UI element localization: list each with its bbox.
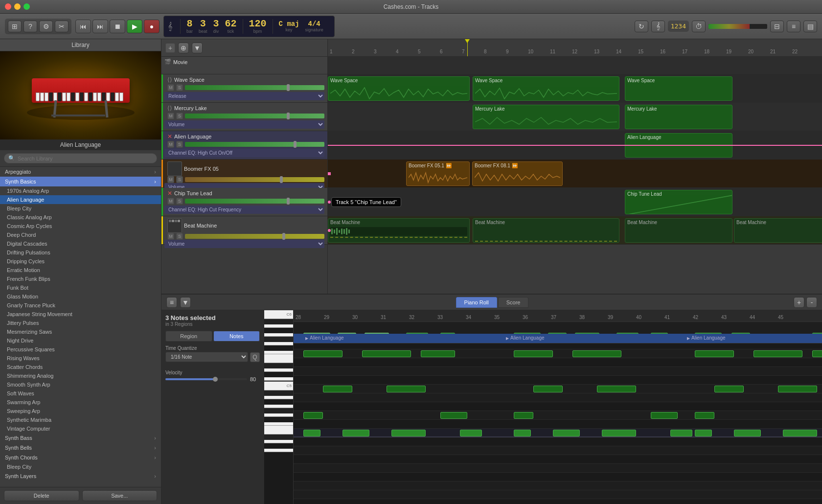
pr-note[interactable] — [514, 412, 533, 419]
pr-note[interactable] — [572, 350, 621, 357]
solo-btn[interactable]: S — [176, 84, 183, 91]
maximize-button[interactable] — [23, 3, 30, 10]
pr-note[interactable] — [460, 430, 482, 436]
b5-key-black[interactable] — [264, 319, 293, 324]
bb5-key-black[interactable] — [264, 328, 293, 333]
lib-item[interactable]: Gnarly Trance Pluck — [0, 301, 161, 310]
smart-controls-btn[interactable]: ⚙ — [39, 21, 53, 32]
ab4-key-black[interactable] — [264, 408, 293, 413]
lib-item[interactable]: Bleep City — [0, 204, 161, 213]
track-view-btn[interactable]: ⊕ — [178, 43, 189, 53]
lib-item[interactable]: Synthetic Marimba — [0, 415, 161, 424]
save-btn[interactable]: Save... — [82, 490, 158, 501]
piano-roll-grid[interactable]: 282930313233343536373839404142434445 Ali… — [294, 310, 822, 504]
track-region-beat-2[interactable]: Beat Machine — [473, 218, 619, 243]
lib-item[interactable]: Scatter Chords — [0, 363, 161, 371]
pr-zoom-out-btn[interactable]: - — [806, 297, 817, 308]
track-region-chip-tune[interactable]: Chip Tune Lead — [625, 190, 732, 214]
db4-key-black[interactable] — [264, 443, 293, 449]
db5-key-black[interactable] — [264, 372, 293, 377]
mute-btn[interactable]: M — [167, 198, 174, 205]
tracks-scroll[interactable]: Wave Space Wave Space — [328, 57, 822, 294]
bb4-key-black[interactable] — [264, 399, 293, 405]
search-box[interactable]: 🔍 — [4, 153, 157, 163]
solo-btn[interactable]: S — [176, 141, 183, 148]
score-tab[interactable]: Score — [498, 297, 529, 308]
pr-note[interactable] — [362, 350, 411, 357]
pr-note[interactable] — [695, 430, 712, 436]
pr-note[interactable] — [391, 430, 426, 436]
track-region-boomer-1[interactable]: Boomer FX 05.1 ⏩ — [406, 161, 470, 186]
lib-item[interactable]: Classic Analog Arp — [0, 213, 161, 222]
pr-note[interactable] — [323, 386, 352, 392]
fader-thumb[interactable] — [287, 113, 290, 119]
lib-item[interactable]: Night Drive — [0, 336, 161, 345]
quantize-select[interactable]: 1/16 Note 1/8 Note 1/4 Note — [165, 352, 248, 362]
pr-note[interactable] — [695, 412, 714, 419]
track-control-dropdown[interactable]: Channel EQ: High Cut Frequency — [164, 206, 324, 214]
help-btn[interactable]: ? — [23, 21, 37, 32]
minimize-button[interactable] — [14, 3, 21, 10]
mute-btn[interactable]: M — [167, 113, 174, 119]
lib-item-alien-language[interactable]: Alien Language — [0, 195, 161, 204]
solo-btn[interactable]: S — [176, 176, 183, 183]
rewind-btn[interactable]: ⏮ — [75, 20, 91, 33]
notes-tab[interactable]: Notes — [213, 331, 260, 342]
category-synth-bells[interactable]: Synth Bells › — [0, 443, 161, 453]
gb5-key-black[interactable] — [264, 345, 293, 351]
fader-thumb[interactable] — [287, 84, 290, 91]
category-synth-layers[interactable]: Synth Layers › — [0, 471, 161, 481]
lib-item[interactable]: Bleep City — [0, 462, 161, 471]
pr-note[interactable] — [440, 412, 467, 419]
pr-note[interactable] — [754, 350, 802, 357]
lib-item[interactable]: Erratic Motion — [0, 266, 161, 275]
track-control-dropdown[interactable]: Volume — [164, 120, 324, 129]
library-btn[interactable]: ⊞ — [8, 21, 22, 32]
b4-key-black[interactable] — [264, 390, 293, 396]
fader-thumb[interactable] — [294, 141, 297, 148]
cycle-btn[interactable]: ↻ — [635, 21, 648, 32]
eb4-key-black[interactable] — [264, 435, 293, 440]
play-btn[interactable]: ▶ — [127, 20, 142, 33]
add-track-btn[interactable]: + — [165, 43, 175, 53]
delete-btn[interactable]: Delete — [4, 490, 79, 501]
lib-item[interactable]: Percussive Squares — [0, 345, 161, 354]
pr-note[interactable] — [778, 386, 817, 392]
track-region[interactable]: Wave Space — [625, 76, 732, 101]
solo-btn[interactable]: S — [176, 198, 183, 205]
lib-item[interactable]: Sweeping Arp — [0, 407, 161, 415]
volume-fader[interactable] — [185, 142, 324, 147]
close-button[interactable] — [5, 3, 11, 10]
piano-roll-tab[interactable]: Piano Roll — [456, 297, 497, 308]
lib-item[interactable]: 1970s Analog Arp — [0, 186, 161, 195]
fader-thumb[interactable] — [282, 233, 285, 240]
e4-key[interactable] — [264, 426, 293, 435]
quantize-apply-btn[interactable]: Q — [250, 352, 260, 362]
c5-key-label[interactable]: C5 — [264, 382, 293, 390]
solo-btn[interactable]: S — [176, 233, 183, 240]
lib-item[interactable]: Glass Motion — [0, 292, 161, 301]
category-synth-chords[interactable]: Synth Chords › — [0, 453, 161, 462]
lib-item[interactable]: French Funk Blips — [0, 275, 161, 283]
pr-note[interactable] — [597, 386, 636, 392]
e5-key[interactable] — [264, 354, 293, 363]
category-arpeggiato[interactable]: Arpeggiato › — [0, 167, 161, 177]
track-region[interactable]: Wave Space — [473, 76, 619, 101]
track-region[interactable]: Mercury Lake — [473, 105, 619, 129]
track-filter-btn[interactable]: ▼ — [192, 43, 203, 53]
tune-btn[interactable]: 𝄞 — [651, 21, 665, 32]
lib-item[interactable]: Cosmic Arp Cycles — [0, 222, 161, 230]
pr-note[interactable] — [387, 386, 426, 392]
lib-item[interactable]: Vintage Computer — [0, 424, 161, 433]
lib-item[interactable]: Funk Bot — [0, 283, 161, 292]
lib-item[interactable]: Japanese String Movement — [0, 310, 161, 319]
track-region[interactable]: Wave Space — [328, 76, 470, 101]
velocity-thumb[interactable] — [213, 377, 218, 382]
pr-note[interactable] — [651, 412, 678, 419]
volume-fader[interactable] — [185, 114, 324, 118]
category-synth-bass[interactable]: Synth Bass › — [0, 433, 161, 443]
pr-note[interactable] — [670, 430, 692, 436]
track-region-beat-1[interactable]: Beat Machine — [328, 218, 470, 243]
volume-fader[interactable] — [185, 234, 324, 239]
pr-note[interactable] — [783, 430, 817, 436]
